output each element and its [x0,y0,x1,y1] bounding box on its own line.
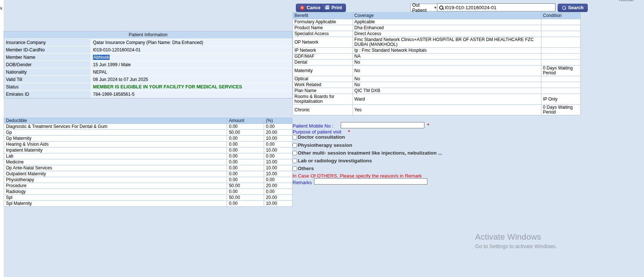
table-row: Lab 0.00 0.00 [4,153,293,159]
deductible-name-cell: Procedure [4,183,227,189]
table-row: Dental No [293,60,581,65]
lab-radiology-checkbox[interactable] [293,159,297,163]
benefit-cell: Optical [293,76,353,82]
checkbox-row-doctor-consultation: Doctor consultation [293,134,345,140]
table-row: Gp Maternity 0.00 10.00 [4,136,293,142]
purpose-label: Purpose of patient visit [293,129,341,135]
cancel-icon: ✕ [300,6,305,10]
toolbar: ✕ Cancel Print Out Patient ▼ Search [293,0,644,13]
mobile-label: Patient Mobile No : [293,123,333,129]
deductible-col-header: Deductible [4,118,227,124]
checkbox-row-physiotherapy-session: Physiotherapy session [293,142,352,148]
benefit-cell: Work Related [293,82,353,88]
table-row: Work Related No [293,82,581,88]
patient-type-select[interactable]: Out Patient ▼ [410,4,438,11]
deductible-name-cell: Gp [4,130,227,136]
deductible-name-cell: Diagnostic & Treatment Services For Dent… [4,124,227,130]
amount-cell: 0.00 [227,165,264,171]
print-button-label: Print [331,5,342,10]
deductible-name-cell: Medicine [4,159,227,165]
percent-cell: 10.00 [264,136,293,142]
percent-cell: 10.00 [264,201,293,207]
deductible-name-cell: Lab [4,153,227,159]
field-value: MEMBER IS ELIGIBLE IN YOUR FACILITY FOR … [91,83,292,91]
percent-cell: 20.00 [264,195,293,201]
field-label: Member Name [4,54,91,61]
benefit-col-header: Benefit [293,13,353,19]
percent-cell: 20.00 [264,130,293,136]
percent-col-header: (%) [264,118,293,124]
benefit-cell: Product Name [293,25,353,31]
purpose-required-marker: * [348,129,350,135]
deductible-name-cell: Physiotherapy [4,177,227,183]
doctor-consultation-checkbox[interactable] [293,135,297,139]
status-badge: MEMBER IS ELIGIBLE IN YOUR FACILITY FOR … [93,84,242,89]
field-value: Qatar Insurance Company (Plan Name: Dha … [91,39,292,46]
percent-cell: 0.00 [264,142,293,148]
table-row: Gp 50.00 20.00 [4,130,293,136]
checkbox-label: Other multi- session treatment like inje… [298,150,442,156]
visit-form: Patient Mobile No : * Purpose of patient… [293,122,485,189]
checkbox-row-others: Others [293,166,314,171]
left-edge-strip [0,0,4,277]
physiotherapy-session-checkbox[interactable] [293,143,297,148]
table-row: GDF/MAF NA [293,54,581,60]
coverage-cell: No [353,76,541,82]
amount-cell: 50.00 [227,195,264,201]
checkbox-label: Doctor consultation [298,134,345,140]
table-row: Diagnostic & Treatment Services For Dent… [4,124,293,130]
coverage-cell: Dha Enhanced [353,25,541,31]
others-checkbox[interactable] [293,166,297,171]
table-row: Insurance Company Qatar Insurance Compan… [4,39,292,46]
percent-cell: 10.00 [264,171,293,177]
checkbox-row-lab-radiology: Lab or radiology investigations [293,158,372,163]
remarks-input[interactable] [314,178,427,185]
search-button[interactable]: Search [558,4,588,12]
condition-cell [541,82,581,88]
benefit-cell: Rooms & Boards for hospitalisation [293,94,353,105]
table-row: Inpatient Maternity 0.00 10.00 [4,148,293,153]
benefit-cell: Specialist Access [293,31,353,37]
field-value: Abhisek [91,54,292,61]
print-button[interactable]: Print [321,4,346,12]
table-row: Specialist Access Direct Access [293,31,581,37]
member-name-selected-text: Abhisek [93,55,110,60]
table-row: Spl 50.00 20.00 [4,195,293,201]
field-label: Member ID-CardNo [4,46,91,54]
table-row: Spl Maternity 0.00 10.00 [4,201,293,207]
remarks-row: Remarks [293,179,312,186]
table-row: Procedure 50.00 20.00 [4,183,293,189]
condition-cell: 0 Days Waiting Period [541,65,581,76]
coverage-cell: Applicable [353,19,541,25]
table-row: Valid Till 08 Jun 2024 to 07 Jun 2025 [4,76,292,83]
coverage-cell: Ip : Fmc Standard Network Hospitals [353,48,541,54]
benefit-cell: Chronic [293,105,353,115]
deductible-header-row: Deductible Amount (%) [4,118,293,124]
printer-icon [325,6,330,10]
checkbox-label: Physiotherapy session [298,142,352,148]
watermark-title: Activate Windows [475,232,557,242]
coverage-col-header: Coverage [353,13,541,19]
remarks-label: Remarks [293,180,312,185]
condition-cell [541,60,581,65]
other-multi-session-checkbox[interactable] [293,151,297,155]
patient-info-title-row: Patient Information [4,31,292,39]
table-row: Plan Name QIC TM DXB [293,88,581,94]
table-row: IP Network Ip : Fmc Standard Network Hos… [293,48,581,54]
search-input[interactable] [445,5,554,10]
checkbox-label: Others [298,166,314,171]
benefit-header-row: Benefit Coverage Condition [293,13,581,19]
patient-info-table: Patient Information Insurance Company Qa… [4,31,293,98]
amount-cell: 0.00 [227,159,264,165]
benefit-cell: Maternity [293,65,353,76]
amount-cell: 0.00 [227,177,264,183]
condition-cell [541,88,581,94]
amount-cell: 0.00 [227,201,264,207]
mobile-input[interactable] [341,122,424,128]
patient-type-value: Out Patient [412,3,434,13]
deductible-name-cell: Gp Maternity [4,136,227,142]
condition-cell [541,31,581,37]
amount-cell: 0.00 [227,189,264,195]
benefit-cell: Formulary Applicable [293,19,353,25]
table-row: Emirates ID 784-1999-1858561-5 [4,91,292,98]
